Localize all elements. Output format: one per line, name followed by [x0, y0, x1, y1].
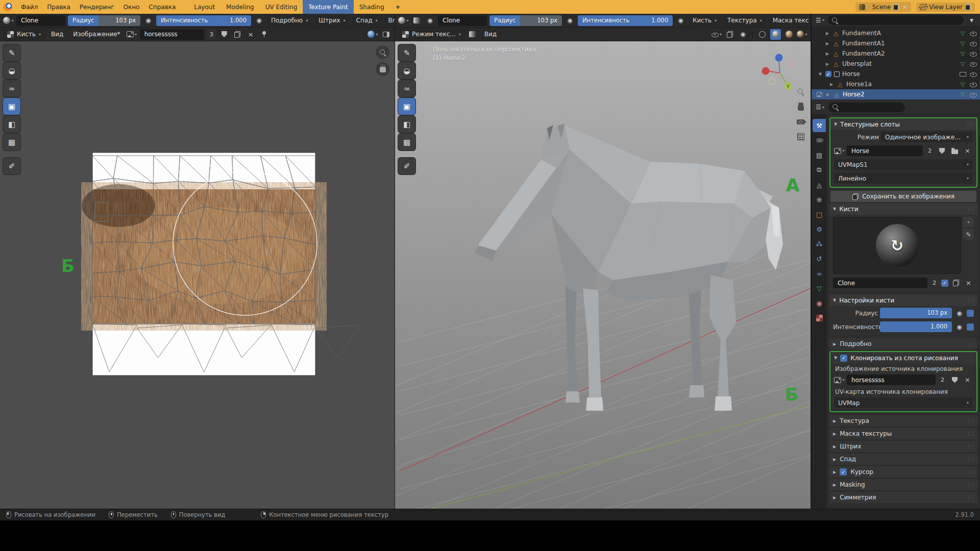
drag-handle-icon[interactable]: ⋮⋮	[967, 431, 974, 436]
tool-mask[interactable]: ▦	[3, 134, 20, 151]
pin-icon[interactable]	[259, 29, 270, 40]
radius-slider[interactable]: Радиус 103 px	[68, 15, 140, 26]
image-name-field[interactable]: horsesssss	[140, 29, 204, 40]
camera-view-icon[interactable]	[797, 119, 804, 124]
fake-user-icon[interactable]	[219, 29, 230, 40]
tool-clone[interactable]: ▣	[398, 98, 415, 115]
symmetry-subpanel[interactable]: ▶ Симметрия ⋮⋮	[829, 492, 977, 503]
image-browse-dropdown[interactable]: ▾	[834, 374, 845, 385]
texture-mask-popover[interactable]: Маска текс	[769, 15, 811, 26]
view-menu[interactable]: Вид	[481, 31, 500, 38]
shading-rendered-button[interactable]: ▾	[797, 29, 807, 40]
falloff-icon-button[interactable]	[468, 29, 478, 40]
outliner-row-horse1a[interactable]: ▶ △ Horse1a ▽	[812, 79, 980, 89]
drag-handle-icon[interactable]: ⋮⋮	[967, 298, 974, 303]
texture-slot-mode-dropdown[interactable]: Одиночное изображение▾	[881, 132, 973, 142]
tab-modeling[interactable]: Modeling	[220, 0, 260, 14]
outliner-row-fundamenta2[interactable]: ▶ △ FundamentA2 ▽	[812, 48, 980, 59]
brushes-panel-header[interactable]: ▼ Кисти ⋮⋮	[829, 203, 977, 215]
new-scene-icon[interactable]	[893, 4, 899, 10]
brush-popover[interactable]: Кисть▾	[689, 15, 721, 26]
object-name[interactable]: Ubersplat	[842, 60, 872, 67]
object-name[interactable]: FundamentA	[842, 30, 881, 37]
shading-solid-button[interactable]	[770, 29, 781, 40]
unlink-scene-icon[interactable]: ×	[902, 3, 908, 11]
tab-layout[interactable]: Layout	[188, 0, 220, 14]
texture-slots-panel-header[interactable]: ▼ Текстурные слоты ⋮⋮	[830, 118, 976, 130]
paint-mode-dropdown[interactable]: Кисть▾	[3, 29, 45, 40]
visibility-eye-icon[interactable]	[969, 81, 977, 88]
new-view-layer-icon[interactable]	[965, 4, 971, 10]
outliner-display-mode-dropdown[interactable]: ☰▾	[815, 15, 825, 26]
object-name[interactable]: Horse2	[843, 91, 865, 98]
texture-mask-subpanel[interactable]: ▶ Маска текстуры ⋮⋮	[829, 428, 977, 439]
drag-handle-icon[interactable]: ⋮⋮	[967, 418, 974, 423]
gizmo-x-axis[interactable]	[762, 67, 770, 75]
brush-fake-user-toggle[interactable]: ✓	[941, 280, 948, 287]
gizmo-z-axis[interactable]	[775, 54, 783, 62]
drag-handle-icon[interactable]: ⋮⋮	[967, 495, 974, 500]
expand-icon[interactable]: ▶	[825, 62, 830, 66]
strength-pressure-toggle[interactable]: ◉	[954, 321, 965, 332]
collapse-icon[interactable]: ▼	[818, 72, 823, 77]
tab-active-tool[interactable]: ⚒	[813, 119, 826, 132]
new-image-icon[interactable]	[232, 29, 243, 40]
brush-add-button[interactable]: ✎	[963, 229, 974, 240]
fake-user-icon[interactable]	[937, 145, 947, 156]
drag-handle-icon[interactable]: ⋮⋮	[967, 207, 974, 212]
brush-texture-popover[interactable]: Brush T	[384, 15, 395, 26]
expand-icon[interactable]: ▶	[825, 31, 830, 36]
image-users-count[interactable]: 3	[207, 29, 216, 39]
overlays-toggle[interactable]: ◉	[738, 29, 748, 40]
object-name[interactable]: Horse1a	[846, 81, 872, 88]
save-all-images-button[interactable]: Сохранить все изображения	[830, 191, 976, 202]
visibility-eye-icon[interactable]	[969, 91, 977, 98]
shading-wireframe-button[interactable]	[757, 29, 768, 40]
strength-slider[interactable]: Интенсивность 1.000	[578, 15, 673, 26]
visibility-dropdown[interactable]: ▾	[711, 29, 722, 40]
outliner-filter-icon[interactable]: ▼	[966, 15, 977, 26]
clone-from-slot-header[interactable]: ▼ ✓ Клонировать из слота рисования	[830, 352, 976, 364]
viewport-canvas[interactable]: ✎ ◒ ≈ ▣ ◧ ▦ ✐ Пользовательская перспекти…	[395, 41, 811, 509]
brush-settings-panel-header[interactable]: ▼ Настройки кисти ⋮⋮	[829, 294, 977, 306]
stroke-subpanel[interactable]: ▶ Штрих ⋮⋮	[829, 441, 977, 452]
tool-clone[interactable]: ▣	[3, 98, 20, 115]
tool-mask[interactable]: ▦	[398, 134, 415, 151]
add-workspace-button[interactable]: +	[390, 0, 406, 14]
visibility-eye-icon[interactable]	[969, 40, 977, 47]
brush-preview-dropdown[interactable]: ▾	[3, 15, 14, 26]
drag-handle-icon[interactable]: ⋮⋮	[967, 444, 974, 449]
clone-image-name-field[interactable]: horsesssss	[847, 374, 936, 385]
pan-hand-icon[interactable]	[376, 62, 389, 76]
view-menu[interactable]: Вид	[47, 31, 67, 38]
radius-slider[interactable]: Радиус 103 px	[489, 15, 562, 26]
brush-name-field[interactable]: Clone	[438, 15, 487, 26]
cursor-subpanel[interactable]: ▶ ✓ Курсор ⋮⋮	[829, 466, 977, 478]
unlink-brush-icon[interactable]: ×	[963, 278, 974, 288]
tab-texture-paint[interactable]: Texture Paint	[303, 0, 353, 14]
tool-fill[interactable]: ◧	[398, 116, 415, 133]
properties-search-input[interactable]	[828, 103, 905, 112]
drag-handle-icon[interactable]: ⋮⋮	[966, 122, 973, 127]
masking-subpanel[interactable]: ▶ Masking ⋮⋮	[829, 479, 977, 490]
image-browse-dropdown[interactable]: ▾	[834, 145, 845, 156]
menu-render[interactable]: Рендеринг	[75, 0, 119, 14]
sidebar-toggle-icon[interactable]	[381, 29, 391, 40]
falloff-subpanel[interactable]: ▶ Спад ⋮⋮	[829, 454, 977, 465]
brush-name-field[interactable]: Clone	[16, 15, 65, 26]
expand-icon[interactable]: ▶	[825, 52, 830, 56]
tool-smear[interactable]: ≈	[3, 80, 20, 97]
expand-icon[interactable]: ▶	[825, 41, 830, 46]
falloff-popover[interactable]: Спад▾	[352, 15, 382, 26]
tab-shading[interactable]: Shading	[354, 0, 390, 14]
expand-icon[interactable]: ▶	[829, 82, 834, 87]
outliner-row-fundamenta[interactable]: ▶ △ FundamentA ▽	[812, 28, 980, 38]
tab-physics[interactable]: ↺	[813, 252, 826, 265]
object-name[interactable]: FundamentA2	[842, 50, 885, 57]
scene-selector[interactable]: ▾ Scene ×	[855, 2, 912, 12]
radius-pressure-toggle[interactable]: ◉	[143, 15, 154, 26]
gizmos-toggle[interactable]	[724, 29, 735, 40]
clone-from-slot-checkbox[interactable]: ✓	[840, 355, 847, 362]
display-channels-dropdown[interactable]: ▾	[368, 29, 378, 40]
tool-smear[interactable]: ≈	[398, 80, 415, 97]
